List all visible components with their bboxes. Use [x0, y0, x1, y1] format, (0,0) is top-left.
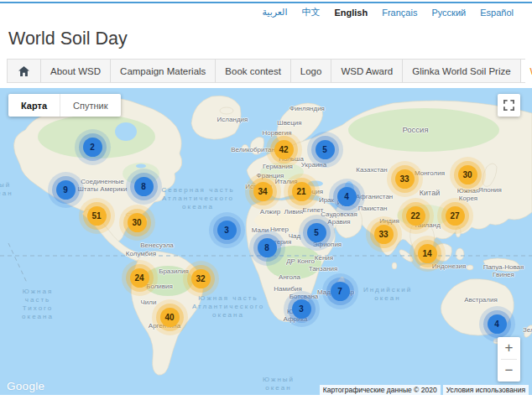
event-cluster-marker[interactable]: 24	[130, 268, 149, 288]
language-link[interactable]: Français	[382, 8, 417, 18]
map-attribution: Картографические данные © 2020 Условия и…	[317, 385, 529, 395]
home-icon	[18, 66, 29, 76]
nav-tab[interactable]: About WSD	[41, 60, 111, 82]
event-cluster-marker[interactable]: 9	[56, 180, 76, 200]
nav-tab[interactable]: Logo	[291, 60, 332, 82]
event-cluster-marker[interactable]: 33	[374, 225, 394, 244]
nav-tab[interactable]: Book contest	[216, 60, 290, 82]
nav-tab[interactable]: Campaign Materials	[111, 60, 216, 82]
event-cluster-marker[interactable]: 4	[488, 314, 507, 334]
map-copyright: Картографические данные © 2020	[320, 385, 441, 395]
event-cluster-marker[interactable]: 5	[307, 223, 326, 242]
top-accent-line	[0, 2, 532, 3]
event-cluster-marker[interactable]: 4	[337, 187, 357, 206]
language-link[interactable]: 中文	[301, 6, 320, 18]
map-view-button[interactable]: Карта	[8, 94, 60, 117]
event-cluster-marker[interactable]: 27	[446, 206, 465, 226]
home-tab[interactable]	[8, 60, 41, 82]
zoom-in-button[interactable]: +	[498, 337, 520, 359]
main-nav: About WSDCampaign MaterialsBook contestL…	[7, 59, 525, 83]
event-cluster-marker[interactable]: 2	[83, 138, 102, 157]
event-cluster-marker[interactable]: 7	[331, 282, 350, 301]
zoom-out-button[interactable]: −	[498, 360, 520, 382]
zoom-control: + −	[498, 337, 520, 382]
language-link[interactable]: Русский	[431, 8, 466, 18]
google-logo[interactable]: Google	[7, 380, 44, 392]
event-cluster-marker[interactable]: 30	[458, 165, 477, 184]
event-cluster-marker[interactable]: 5	[316, 140, 335, 159]
fullscreen-icon	[503, 100, 514, 111]
map-type-control: Карта Спутник	[8, 94, 121, 117]
language-bar: العربية中文EnglishFrançaisРусскийEspañol	[262, 6, 514, 18]
markers-layer: 298513024324042534214333022273314358734	[0, 88, 532, 395]
satellite-view-button[interactable]: Спутник	[60, 94, 120, 117]
event-cluster-marker[interactable]: 42	[274, 140, 294, 159]
nav-tab[interactable]: WSD Award	[331, 60, 403, 82]
event-cluster-marker[interactable]: 8	[258, 238, 277, 257]
nav-tab[interactable]: Worldwide Events	[521, 60, 532, 82]
event-cluster-marker[interactable]: 3	[292, 299, 311, 319]
nav-tab[interactable]: Glinka World Soil Prize	[403, 60, 520, 82]
event-cluster-marker[interactable]: 32	[191, 269, 211, 288]
event-cluster-marker[interactable]: 33	[395, 169, 415, 189]
event-cluster-marker[interactable]: 22	[406, 206, 425, 226]
event-cluster-marker[interactable]: 30	[128, 213, 147, 232]
event-cluster-marker[interactable]: 21	[292, 182, 311, 201]
fullscreen-button[interactable]	[498, 94, 520, 117]
event-cluster-marker[interactable]: 8	[134, 177, 154, 196]
event-cluster-marker[interactable]: 3	[217, 221, 237, 240]
page-title: World Soil Day	[8, 29, 128, 49]
terms-link[interactable]: Условия использования	[443, 385, 529, 395]
language-link[interactable]: العربية	[262, 7, 287, 18]
event-cluster-marker[interactable]: 40	[160, 308, 180, 327]
event-cluster-marker[interactable]: 51	[87, 206, 107, 226]
language-link[interactable]: English	[334, 8, 368, 18]
event-cluster-marker[interactable]: 34	[253, 182, 273, 201]
language-link[interactable]: Español	[480, 8, 514, 18]
events-map[interactable]: Северная часть Атлантического океанаЮжна…	[0, 88, 532, 395]
event-cluster-marker[interactable]: 14	[418, 244, 437, 263]
